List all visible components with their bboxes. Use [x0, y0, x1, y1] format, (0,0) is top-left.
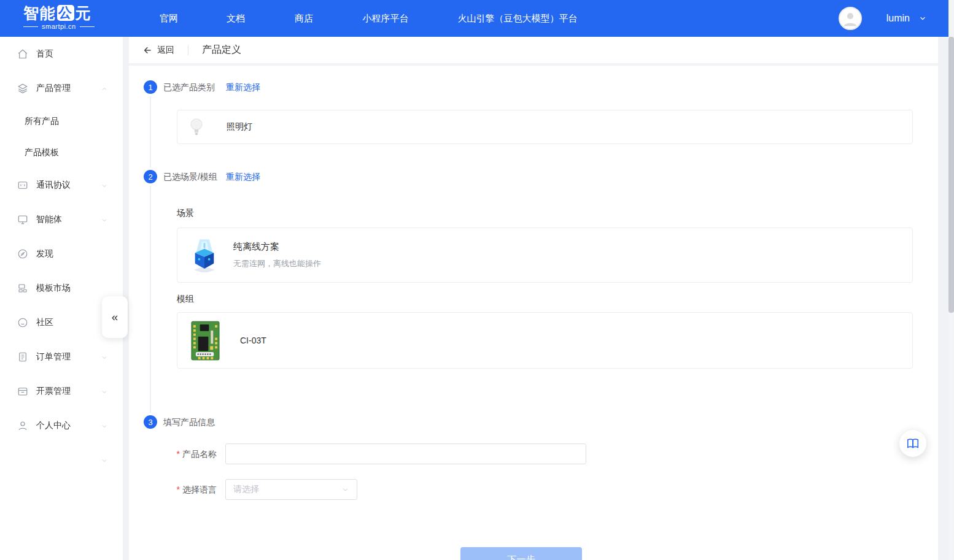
page-header: 返回 产品定义: [129, 37, 938, 63]
protocol-icon: [17, 180, 28, 191]
sidebar-item-label: 模板市场: [36, 283, 71, 294]
module-section-label: 模组: [177, 293, 194, 304]
open-book-icon: [906, 437, 920, 450]
collapse-icon: «: [112, 310, 118, 324]
user-avatar[interactable]: [839, 7, 862, 30]
next-step-button[interactable]: 下一步: [460, 547, 582, 560]
sidebar-item-label: 发现: [36, 248, 53, 259]
sidebar-item-label: 通讯协议: [36, 180, 71, 191]
arrow-left-icon: [143, 45, 153, 55]
sidebar-item-invoice-management[interactable]: 开票管理: [0, 374, 123, 408]
sidebar-collapse-button[interactable]: «: [102, 296, 128, 338]
user-menu[interactable]: lumin: [839, 0, 927, 37]
sidebar-item-label: 订单管理: [36, 351, 71, 362]
logo-line-right: [80, 26, 95, 27]
step-1-reselect-link[interactable]: 重新选择: [226, 80, 260, 94]
top-navbar: 智能公元 smartpi.cn 官网 文档 商店 小程序平台 火山引擎（豆包大模…: [0, 0, 954, 37]
logo-line-left: [23, 26, 38, 27]
chevron-down-icon[interactable]: [918, 14, 927, 23]
username-label: lumin: [886, 13, 910, 24]
sidebar-item-label: 开票管理: [36, 386, 71, 397]
brand-logo-text: 智能公元: [23, 4, 95, 21]
person-icon: [841, 9, 859, 28]
required-asterisk: *: [177, 485, 180, 494]
chevron-down-icon[interactable]: [101, 353, 108, 361]
layers-icon: [17, 83, 28, 94]
scrollbar-thumb[interactable]: [948, 37, 954, 313]
sidebar-item-communication-protocol[interactable]: 通讯协议: [0, 168, 123, 202]
selected-category-card: 照明灯: [177, 110, 913, 144]
header-divider: [188, 45, 188, 55]
chevron-down-icon[interactable]: [101, 182, 108, 189]
home-icon: [17, 48, 28, 59]
step-1-label: 已选产品类别: [163, 80, 215, 94]
sidebar-item-discover[interactable]: 发现: [0, 237, 123, 271]
brand-logo[interactable]: 智能公元 smartpi.cn: [23, 4, 95, 30]
chevron-down-icon[interactable]: [101, 422, 108, 429]
chevron-down-icon[interactable]: [101, 388, 108, 395]
sidebar-item-label: 产品模板: [25, 147, 59, 158]
nav-item-docs[interactable]: 文档: [227, 0, 245, 37]
scene-card-texts: 纯离线方案 无需连网，离线也能操作: [233, 241, 321, 269]
selected-scene-card: 纯离线方案 无需连网，离线也能操作: [177, 228, 913, 283]
sidebar-item-product-management[interactable]: 产品管理: [0, 71, 123, 105]
scene-section-label: 场景: [177, 207, 194, 218]
sidebar-item-label: 社区: [36, 317, 53, 328]
step-3-badge: 3: [144, 415, 157, 429]
chevron-down-icon: [341, 486, 349, 494]
brand-logo-subtitle: smartpi.cn: [23, 23, 95, 30]
nav-item-store[interactable]: 商店: [295, 0, 313, 37]
step-3-label: 填写产品信息: [163, 415, 215, 429]
step-2-badge: 2: [144, 170, 157, 183]
product-name-label: *产品名称: [129, 448, 217, 459]
help-doc-button[interactable]: [899, 430, 926, 457]
circuit-board-icon: [191, 321, 220, 361]
logo-suffix: 元: [76, 4, 92, 21]
step-1-badge: 1: [144, 80, 157, 94]
nav-item-volcengine-platform[interactable]: 火山引擎（豆包大模型）平台: [458, 0, 578, 37]
nav-item-official-site[interactable]: 官网: [160, 0, 178, 37]
required-asterisk: *: [177, 449, 180, 459]
step-connector-1: [150, 96, 151, 167]
logo-prefix: 智能: [23, 4, 56, 21]
step-connector-2: [150, 186, 151, 413]
sidebar-item-label: 智能体: [36, 214, 62, 225]
archive-box-icon: [17, 386, 28, 397]
monitor-icon: [17, 214, 28, 225]
chevron-down-icon[interactable]: [101, 216, 108, 223]
sidebar-item-home[interactable]: 首页: [0, 37, 123, 71]
scene-description: 无需连网，离线也能操作: [233, 258, 321, 269]
sidebar-item-product-templates[interactable]: 产品模板: [0, 137, 123, 168]
template-market-icon: [17, 283, 28, 294]
person-outline-icon: [17, 420, 28, 431]
step-2-reselect-link[interactable]: 重新选择: [226, 170, 260, 183]
product-name-input[interactable]: [225, 443, 586, 464]
chevron-up-icon[interactable]: [101, 85, 108, 92]
offline-cube-icon: [191, 238, 218, 272]
lightbulb-icon: [188, 117, 204, 137]
module-name: CI-03T: [240, 336, 266, 345]
sidebar-item-personal-center[interactable]: 个人中心: [0, 408, 123, 443]
smiley-icon: [17, 317, 28, 328]
compass-icon: [17, 248, 28, 259]
sidebar-item-label: 产品管理: [36, 83, 71, 94]
page-title: 产品定义: [202, 44, 241, 56]
sidebar-item-label: 个人中心: [36, 420, 71, 431]
logo-boxed-char: 公: [57, 5, 74, 21]
sidebar-item-order-management[interactable]: 订单管理: [0, 340, 123, 374]
language-select[interactable]: 请选择: [225, 479, 357, 500]
category-name: 照明灯: [227, 121, 252, 132]
language-label: *选择语言: [129, 484, 217, 495]
sidebar-item-label: 首页: [36, 48, 53, 59]
back-button[interactable]: 返回: [143, 45, 174, 56]
step-2-label: 已选场景/模组: [163, 170, 217, 183]
nav-item-miniprogram-platform[interactable]: 小程序平台: [363, 0, 409, 37]
sidebar-item-all-products[interactable]: 所有产品: [0, 105, 123, 137]
scene-title: 纯离线方案: [233, 241, 321, 253]
sidebar-item-agent[interactable]: 智能体: [0, 202, 123, 237]
select-placeholder: 请选择: [233, 484, 341, 495]
chevron-down-icon: [101, 456, 108, 464]
sidebar-item-collapsed[interactable]: [0, 443, 123, 477]
selected-module-card: CI-03T: [177, 312, 913, 369]
document-icon: [17, 351, 28, 362]
